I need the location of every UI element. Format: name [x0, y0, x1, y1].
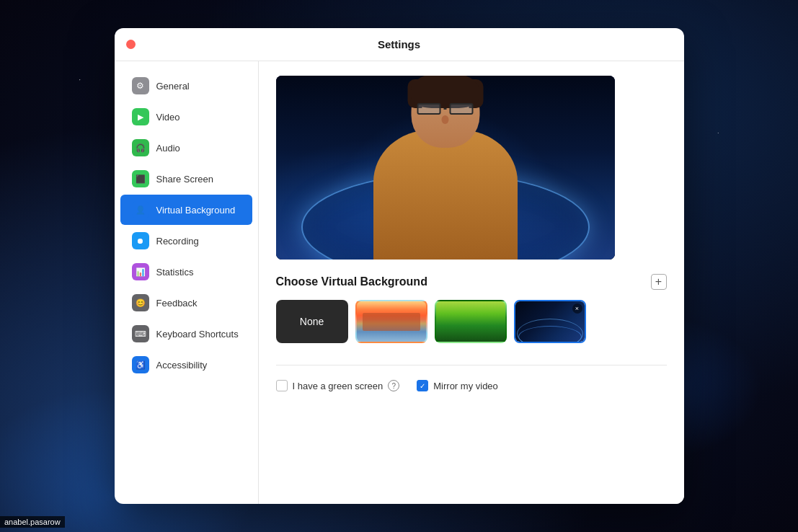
- background-option-bridge[interactable]: [355, 300, 427, 343]
- sidebar: ⚙ General ▶ Video 🎧 Audio ⬛ Share Screen…: [115, 61, 259, 504]
- modal-title-bar: Settings: [115, 28, 684, 61]
- mirror-video-label: Mirror my video: [433, 381, 498, 391]
- sidebar-item-video[interactable]: ▶ Video: [120, 102, 252, 132]
- video-preview-content: [276, 76, 615, 260]
- section-title: Choose Virtual Background: [276, 275, 427, 288]
- plus-icon: +: [655, 276, 662, 288]
- recording-icon: ⏺: [132, 232, 149, 249]
- content-area: Choose Virtual Background + None: [259, 61, 684, 504]
- green-screen-help-icon[interactable]: ?: [388, 380, 399, 391]
- sidebar-item-audio[interactable]: 🎧 Audio: [120, 133, 252, 163]
- general-icon: ⚙: [132, 77, 149, 94]
- sidebar-label-accessibility: Accessibility: [156, 360, 208, 371]
- bottom-options: I have a green screen ? ✓ Mirror my vide…: [276, 365, 667, 391]
- close-button[interactable]: [126, 40, 136, 49]
- virtual-background-icon: 👤: [132, 201, 149, 218]
- sidebar-item-virtual-background[interactable]: 👤 Virtual Background: [120, 195, 252, 225]
- sidebar-label-general: General: [156, 81, 190, 92]
- video-icon: ▶: [132, 108, 149, 125]
- add-background-button[interactable]: +: [651, 274, 667, 290]
- mirror-video-option: ✓ Mirror my video: [417, 380, 498, 391]
- feedback-icon: 😊: [132, 294, 149, 311]
- remove-background-button[interactable]: ×: [572, 303, 582, 314]
- statistics-icon: 📊: [132, 263, 149, 280]
- sidebar-item-general[interactable]: ⚙ General: [120, 71, 252, 101]
- sidebar-item-keyboard-shortcuts[interactable]: ⌨ Keyboard Shortcuts: [120, 319, 252, 349]
- sidebar-item-statistics[interactable]: 📊 Statistics: [120, 257, 252, 287]
- green-screen-option: I have a green screen ?: [276, 380, 400, 391]
- background-option-nature[interactable]: [435, 300, 507, 343]
- share-screen-icon: ⬛: [132, 170, 149, 187]
- section-title-row: Choose Virtual Background +: [276, 274, 667, 290]
- sidebar-label-audio: Audio: [156, 143, 180, 154]
- keyboard-shortcuts-icon: ⌨: [132, 325, 149, 342]
- video-preview: [276, 76, 615, 260]
- modal-overlay: Settings ⚙ General ▶ Video 🎧 Audio: [0, 0, 798, 532]
- sidebar-label-recording: Recording: [156, 236, 199, 247]
- sidebar-label-share-screen: Share Screen: [156, 174, 214, 185]
- checkmark-icon: ✓: [420, 382, 425, 390]
- sidebar-item-share-screen[interactable]: ⬛ Share Screen: [120, 164, 252, 194]
- settings-modal: Settings ⚙ General ▶ Video 🎧 Audio: [115, 28, 684, 504]
- sidebar-label-statistics: Statistics: [156, 267, 194, 278]
- sidebar-label-virtual-background: Virtual Background: [156, 205, 236, 216]
- background-options: None: [276, 300, 667, 343]
- background-option-space[interactable]: ×: [514, 300, 586, 343]
- sidebar-label-keyboard-shortcuts: Keyboard Shortcuts: [156, 329, 239, 340]
- accessibility-icon: ♿: [132, 356, 149, 373]
- modal-title: Settings: [378, 38, 420, 50]
- green-screen-label: I have a green screen: [293, 381, 384, 391]
- sidebar-item-feedback[interactable]: 😊 Feedback: [120, 288, 252, 318]
- mirror-video-checkbox[interactable]: ✓: [417, 380, 428, 391]
- none-label: None: [300, 316, 324, 327]
- sidebar-label-video: Video: [156, 112, 180, 123]
- close-icon: ×: [575, 305, 579, 312]
- sidebar-item-accessibility[interactable]: ♿ Accessibility: [120, 350, 252, 380]
- background-option-none[interactable]: None: [276, 300, 348, 343]
- audio-icon: 🎧: [132, 139, 149, 156]
- modal-body: ⚙ General ▶ Video 🎧 Audio ⬛ Share Screen…: [115, 61, 684, 504]
- green-screen-checkbox[interactable]: [276, 380, 288, 391]
- sidebar-item-recording[interactable]: ⏺ Recording: [120, 226, 252, 256]
- sidebar-label-feedback: Feedback: [156, 298, 198, 309]
